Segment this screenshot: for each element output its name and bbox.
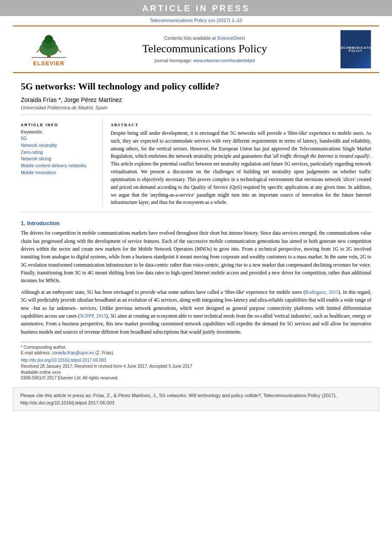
article-info-head: ARTICLE INFO <box>21 123 96 127</box>
journal-header-right: TELECOMMUNICATIONS POLICY <box>332 30 371 69</box>
article-title: 5G networks: Will technology and policy … <box>21 81 371 92</box>
keyword-1: 5G <box>21 135 96 142</box>
keywords-list: 5G Network neutrality Zero-rating Networ… <box>21 135 96 176</box>
affiliation: Universidad Politécnica de Madrid, Spain <box>21 105 371 110</box>
keyword-3: Zero-rating <box>21 149 96 156</box>
elsevier-logo: ELSEVIER <box>21 32 77 67</box>
available-line: Available online xxxx <box>21 370 371 375</box>
citation-box: Please cite this article in press as: Fr… <box>13 387 379 411</box>
received-line: Received 28 January 2017; Received in re… <box>21 364 371 369</box>
email-suffix: (Z. Frías). <box>95 350 114 355</box>
article-in-press-bar: ARTICLE IN PRESS <box>0 0 392 16</box>
paragraph1: The drivers for competition in mobile co… <box>21 229 371 285</box>
article-info-abstract: ARTICLE INFO Keywords: 5G Network neutra… <box>21 118 371 207</box>
email-line: E-mail address: zoraida.frias@upm.es (Z.… <box>21 350 371 355</box>
journal-header-center: Contents lists available at ScienceDirec… <box>77 35 332 63</box>
email-link[interactable]: zoraida.frias@upm.es <box>52 350 94 355</box>
elsevier-text: ELSEVIER <box>33 60 64 67</box>
elsevier-logo-area: ELSEVIER <box>21 32 77 67</box>
copyright-line: 0308-5961/© 2017 Elsevier Ltd. All right… <box>21 376 371 380</box>
sciencedirect-link[interactable]: ScienceDirect <box>217 35 245 41</box>
rodriguez-2015-ref[interactable]: Rodriguez, 2015 <box>305 290 338 295</box>
contents-line: Contents lists available at ScienceDirec… <box>77 35 332 41</box>
journal-ref-text: Telecommunications Policy xxx (2017) 1–1… <box>150 18 242 23</box>
keywords-label: Keywords: <box>21 130 96 134</box>
content-area: 5G networks: Will technology and policy … <box>0 81 392 380</box>
keyword-6: Mobile innovation <box>21 169 96 176</box>
keyword-2: Network neutrality <box>21 142 96 149</box>
section1-title: 1. Introduction <box>21 220 371 226</box>
doi-line: http://dx.doi.org/10.1016/j.telpol.2017.… <box>21 358 371 363</box>
article-in-press-label: ARTICLE IN PRESS <box>142 3 250 13</box>
journal-cover-image: TELECOMMUNICATIONS POLICY <box>340 30 371 69</box>
footnote-star: * Corresponding author. <box>21 345 67 350</box>
elsevier-tree-icon <box>27 32 70 59</box>
contents-label: Contents lists available at <box>164 35 216 41</box>
journal-header: ELSEVIER Contents lists available at Sci… <box>13 25 379 73</box>
homepage-label: journal homepage: <box>154 58 193 63</box>
footnote-star-line: * Corresponding author. <box>21 345 371 350</box>
paragraph2: Although at an embryonic state, 5G has b… <box>21 288 371 336</box>
keyword-4: Network slicing <box>21 156 96 162</box>
article-info-column: ARTICLE INFO Keywords: 5G Network neutra… <box>21 118 103 207</box>
abstract-text: Despite being still under development, i… <box>111 130 371 207</box>
separator-2 <box>21 212 371 212</box>
email-label: E-mail address: <box>21 350 51 355</box>
page: ARTICLE IN PRESS Telecommunications Poli… <box>0 0 392 535</box>
homepage-url[interactable]: www.elsevier.com/locate/telpol <box>193 58 255 63</box>
doi-link[interactable]: http://dx.doi.org/10.1016/j.telpol.2017.… <box>21 358 106 363</box>
5gppp-2015-ref[interactable]: 5GPPP, 2015 <box>80 313 106 318</box>
authors: Zoraida Frías *, Jorge Pérez Martínez <box>21 96 371 103</box>
footnote-area: * Corresponding author. E-mail address: … <box>21 342 371 355</box>
journal-ref: Telecommunications Policy xxx (2017) 1–1… <box>0 16 392 25</box>
abstract-column: ABSTRACT Despite being still under devel… <box>103 118 371 207</box>
svg-point-4 <box>45 35 53 44</box>
journal-title: Telecommunications Policy <box>77 42 332 55</box>
citation-text: Please cite this article in press as: Fr… <box>20 393 337 405</box>
authors-text: Zoraida Frías *, Jorge Pérez Martínez <box>21 96 122 103</box>
keyword-5: Mobile content delivery networks <box>21 162 96 169</box>
abstract-head: ABSTRACT <box>111 123 371 127</box>
separator-1 <box>21 115 371 115</box>
homepage-line: journal homepage: www.elsevier.com/locat… <box>77 58 332 63</box>
